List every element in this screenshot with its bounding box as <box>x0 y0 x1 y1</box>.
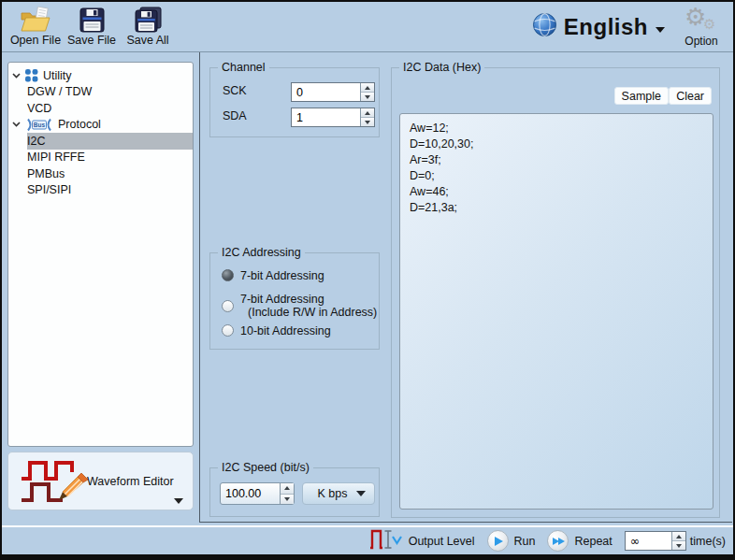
sda-spin-buttons <box>360 108 374 126</box>
repeat-count-control: time(s) <box>625 531 726 551</box>
speed-input[interactable] <box>221 483 280 504</box>
repeat-button[interactable] <box>547 530 569 552</box>
category-tree: Utility DGW / TDW VCD Bus Protocol I2C <box>7 62 194 447</box>
i2c-addressing-title: I2C Addressing <box>218 246 305 259</box>
save-all-label: Save All <box>126 34 168 47</box>
open-file-button[interactable]: Open File <box>7 5 64 47</box>
arrow-up-icon <box>365 86 370 90</box>
language-label: English <box>564 14 648 40</box>
spin-up-button[interactable] <box>361 83 374 92</box>
speed-spinner[interactable] <box>220 482 295 505</box>
sck-input[interactable] <box>292 83 360 101</box>
tree-item-i2c[interactable]: I2C <box>8 133 193 150</box>
sda-label: SDA <box>223 109 247 122</box>
output-level-label: Output Level <box>409 535 475 548</box>
repeat-control: Repeat <box>547 530 612 552</box>
radio-unselected-icon <box>222 324 234 337</box>
chevron-down-icon[interactable] <box>12 73 22 79</box>
chevron-down-icon <box>356 491 366 496</box>
channel-group: Channel SCK SDA <box>209 67 380 137</box>
open-file-label: Open File <box>10 34 61 47</box>
save-file-button[interactable]: Save File <box>64 5 120 47</box>
sda-input[interactable] <box>292 108 360 126</box>
toolbar-right: English ⚙⚙ Option <box>532 2 733 51</box>
sck-label: SCK <box>223 84 247 97</box>
open-folder-icon <box>19 5 52 33</box>
tree-item-label: I2C <box>27 135 45 148</box>
speed-unit-dropdown[interactable]: K bps <box>302 482 375 505</box>
arrow-down-icon <box>676 544 682 548</box>
repeat-count-input[interactable] <box>626 532 671 550</box>
tree-item-label: Utility <box>43 69 72 82</box>
i2c-data-textarea[interactable]: Aw=12; D=10,20,30; Ar=3f; D=0; Aw=46; D=… <box>399 113 713 510</box>
waveform-editor-button[interactable]: Waveform Editor <box>7 452 194 510</box>
arrow-up-icon <box>676 535 682 538</box>
spin-down-button[interactable] <box>361 117 374 126</box>
spin-up-button[interactable] <box>672 532 685 540</box>
radio-unselected-icon <box>222 300 234 312</box>
spin-down-button[interactable] <box>672 540 685 550</box>
times-label: time(s) <box>690 535 726 548</box>
arrow-up-icon <box>365 111 370 115</box>
tree-item-vcd[interactable]: VCD <box>8 100 193 117</box>
play-icon <box>495 537 503 546</box>
app-window: Open File Save File <box>0 0 735 560</box>
sample-button[interactable]: Sample <box>614 87 669 105</box>
option-button[interactable]: ⚙⚙ Option <box>677 7 726 48</box>
arrow-up-icon <box>284 486 290 490</box>
tree-item-pmbus[interactable]: PMBus <box>8 165 193 182</box>
tree-item-spi-sipi[interactable]: SPI/SIPI <box>8 182 193 199</box>
radio-7bit-addressing-rw[interactable]: 7-bit Addressing (Include R/W in Address… <box>222 293 377 319</box>
tree-item-label: SPI/SIPI <box>27 183 71 196</box>
i2c-speed-group: I2C Speed (bit/s) K bps <box>209 467 380 517</box>
output-level-button[interactable]: Output Level <box>369 528 475 553</box>
run-button[interactable] <box>487 530 509 552</box>
speed-unit-label: K bps <box>303 487 356 500</box>
save-all-button[interactable]: Save All <box>120 5 176 47</box>
tree-item-label: MIPI RFFE <box>27 151 85 164</box>
arrow-down-icon <box>365 121 370 124</box>
spin-down-button[interactable] <box>361 92 374 101</box>
fast-forward-icon <box>553 538 565 545</box>
tree-item-dgw-tdw[interactable]: DGW / TDW <box>8 84 193 101</box>
tree-item-label: Protocol <box>58 118 101 131</box>
tree-item-label: VCD <box>27 102 51 115</box>
language-dropdown[interactable]: English <box>564 14 665 40</box>
spin-up-button[interactable] <box>281 483 294 494</box>
repeat-count-spinner[interactable] <box>625 531 686 551</box>
spin-down-button[interactable] <box>281 494 294 505</box>
radio-label: 10-bit Addressing <box>240 324 331 337</box>
clear-button[interactable]: Clear <box>669 87 712 105</box>
bottom-bar: Output Level Run Repeat time(s) <box>2 525 733 554</box>
arrow-down-icon <box>284 497 290 501</box>
chevron-down-icon[interactable] <box>12 122 22 127</box>
tree-item-protocol[interactable]: Bus Protocol <box>8 117 193 134</box>
sck-spinner[interactable] <box>291 82 375 102</box>
floppy-disk-icon <box>79 5 105 33</box>
i2c-data-title: I2C Data (Hex) <box>399 61 484 74</box>
arrow-down-icon <box>365 95 370 99</box>
channel-group-title: Channel <box>218 61 269 74</box>
output-level-icon <box>369 528 403 553</box>
svg-text:Bus: Bus <box>34 122 46 128</box>
utility-grid-icon <box>25 69 38 82</box>
floppy-disks-icon <box>134 5 162 33</box>
sda-spinner[interactable] <box>291 108 375 127</box>
tree-item-utility[interactable]: Utility <box>8 67 193 84</box>
i2c-addressing-group: I2C Addressing 7-bit Addressing 7-bit Ad… <box>209 252 380 350</box>
bus-icon: Bus <box>25 118 53 132</box>
chevron-down-icon[interactable] <box>174 498 183 504</box>
radio-7bit-addressing[interactable]: 7-bit Addressing <box>222 269 324 282</box>
tree-item-mipi-rffe[interactable]: MIPI RFFE <box>8 150 193 166</box>
spin-up-button[interactable] <box>361 108 374 117</box>
radio-10bit-addressing[interactable]: 10-bit Addressing <box>222 324 331 337</box>
tree-item-label: DGW / TDW <box>27 85 92 98</box>
sck-spin-buttons <box>360 83 374 101</box>
globe-icon <box>532 12 557 41</box>
repeat-label: Repeat <box>574 535 612 548</box>
option-label: Option <box>685 35 717 48</box>
i2c-data-group: I2C Data (Hex) Sample Clear Aw=12; D=10,… <box>391 67 720 518</box>
tree-item-label: PMBus <box>27 167 65 180</box>
run-control: Run <box>487 530 536 552</box>
save-file-label: Save File <box>67 34 116 47</box>
